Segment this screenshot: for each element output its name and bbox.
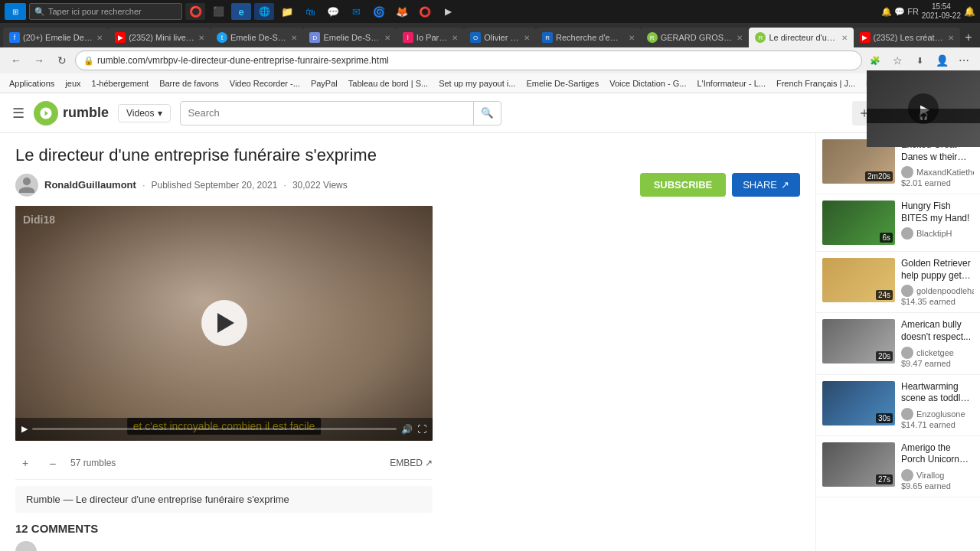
sidebar-earned: $14.35 earned	[901, 297, 974, 306]
taskbar: ⊞ 🔍 Taper ici pour rechercher ⭕ ⬛ e 🌐 📁 …	[0, 0, 980, 23]
bookmark-barre[interactable]: Barre de favons	[155, 76, 224, 91]
sidebar-video-5[interactable]: 27s Amerigo the Porch Unicorn Hanging O.…	[816, 436, 980, 497]
tab-twitter1[interactable]: t Emelie De-Sartiges ✕	[211, 28, 303, 47]
taskbar-app-taskview[interactable]: ⬛	[208, 3, 228, 20]
taskbar-time: 15:54 2021-09-22	[922, 2, 961, 21]
taskbar-app-chrome[interactable]: 🌀	[369, 3, 389, 20]
tab-io[interactable]: I Io Paradise ✕	[397, 28, 464, 47]
sidebar-video-2[interactable]: 24s Golden Retriever help puppy get her …	[816, 252, 980, 313]
thumbs-up-icon[interactable]: +	[15, 453, 35, 473]
search-bar: 🔍	[180, 101, 501, 126]
progress-bar[interactable]	[32, 428, 397, 430]
taskbar-app-explorer[interactable]: 📁	[277, 3, 297, 20]
videos-dropdown[interactable]: Videos ▾	[118, 104, 170, 122]
taskbar-app-skype[interactable]: 💬	[323, 3, 343, 20]
tab-favicon: R	[647, 32, 658, 43]
sidebar-earned: $14.71 earned	[901, 420, 974, 429]
tab-directeur[interactable]: R Le directeur d'une en... ✕	[749, 28, 853, 47]
bookmark-french[interactable]: French Français | J...	[772, 76, 860, 91]
search-input[interactable]	[181, 107, 473, 119]
volume-icon[interactable]: 🔊	[401, 424, 413, 435]
menu-button[interactable]: ⋯	[954, 51, 974, 70]
tab-discord[interactable]: D Emelie De-Sartiges ✕	[303, 28, 396, 47]
video-meta: RonaldGuillaumont · Published September …	[15, 173, 800, 197]
search-icon: 🔍	[481, 107, 494, 119]
sidebar-video-3[interactable]: 20s American bully doesn't respect... cl…	[816, 313, 980, 374]
taskbar-app-opera[interactable]: ⭕	[415, 3, 435, 20]
bookmark-tableau[interactable]: Tableau de bord | S...	[344, 76, 433, 91]
sidebar-video-1[interactable]: 6s Hungry Fish BITES my Hand! BlacktipH	[816, 194, 980, 252]
star-button[interactable]: ☆	[887, 51, 907, 70]
download-button[interactable]: ⬇	[910, 51, 929, 70]
refresh-button[interactable]: ↻	[52, 51, 72, 70]
back-button[interactable]: ←	[6, 51, 26, 70]
taskbar-app-store[interactable]: 🛍	[300, 3, 320, 20]
tab-grosz[interactable]: R GERARD GROSZ INV... ✕	[641, 28, 750, 47]
sidebar-video-title: Hungry Fish BITES my Hand!	[901, 201, 974, 224]
page: ☰ rumble Videos ▾ 🔍	[0, 93, 980, 551]
video-frame[interactable]: Didi18 et c'est incroyable combien il es…	[15, 206, 433, 441]
taskbar-app-edge[interactable]: e	[231, 3, 251, 20]
sidebar-thumb: 24s	[822, 258, 895, 302]
bookmark-payout[interactable]: Set up my payout i...	[434, 76, 520, 91]
extensions-button[interactable]: 🧩	[865, 51, 885, 70]
sidebar-author: BlacktipH	[901, 227, 974, 240]
tab-recherche[interactable]: R Recherche d'emploi -... ✕	[536, 28, 641, 47]
tab-favicon: R	[542, 32, 553, 43]
bookmark-emelie[interactable]: Emelie De-Sartiges	[521, 76, 603, 91]
rumble-count: 57 rumbles	[70, 458, 116, 468]
tab-favicon: R	[755, 32, 766, 43]
bookmark-hebergement[interactable]: 1-hébergement	[87, 76, 154, 91]
sidebar-earned: $2.01 earned	[901, 178, 974, 187]
page-title: Le directeur d'une entreprise funéraire …	[15, 145, 800, 165]
hamburger-menu[interactable]: ☰	[12, 105, 24, 122]
tab-youtube1[interactable]: ▶ (2352) Mini live du 2... ✕	[109, 28, 211, 47]
video-controls[interactable]: ▶ 🔊 ⛶	[15, 418, 433, 441]
bookmark-informateur[interactable]: L'Informateur - L...	[692, 76, 770, 91]
sidebar-earned: $9.65 earned	[901, 481, 974, 491]
profile-button[interactable]: 👤	[932, 51, 952, 70]
sidebar-author-name: goldenpoodleharley...	[916, 286, 974, 295]
taskbar-search[interactable]: 🔍 Taper ici pour rechercher	[29, 3, 182, 20]
url-bar[interactable]: 🔒 rumble.com/vmrbpv-le-directeur-dune-en…	[75, 51, 862, 70]
tab-facebook[interactable]: f (20+) Emelie De Sarti... ✕	[3, 28, 109, 47]
tab-olivier[interactable]: O Olivier Victor ✕	[464, 28, 536, 47]
taskbar-app-mail[interactable]: ✉	[346, 3, 366, 20]
overlay-video[interactable]: ▶ 🎧	[867, 70, 980, 147]
publish-date: Published September 20, 2021	[152, 180, 278, 191]
subscribe-button[interactable]: SUBSCRIBE	[640, 173, 727, 197]
embed-button[interactable]: EMBED ↗	[390, 458, 433, 468]
sidebar-thumb: 20s	[822, 319, 895, 364]
taskbar-app-firefox[interactable]: 🦊	[392, 3, 412, 20]
sidebar-duration: 6s	[880, 233, 893, 243]
rumble-logo[interactable]: rumble	[34, 101, 109, 126]
notification-icon[interactable]: 🔔	[964, 6, 975, 17]
sidebar-video-4[interactable]: 30s Heartwarming scene as toddler welcom…	[816, 375, 980, 436]
tabs-bar: f (20+) Emelie De Sarti... ✕ ▶ (2352) Mi…	[0, 23, 980, 47]
search-button[interactable]: 🔍	[473, 102, 501, 125]
overlay-person: 🎧	[867, 109, 980, 123]
share-button[interactable]: SHARE ↗	[732, 173, 800, 197]
bookmark-video-recorder[interactable]: Video Recorder -...	[225, 76, 305, 91]
bookmark-applications[interactable]: Applications	[5, 76, 59, 91]
thumbs-down-icon[interactable]: –	[43, 453, 63, 473]
pause-icon[interactable]: ▶	[21, 424, 28, 434]
bookmark-paypal[interactable]: PayPal	[306, 76, 342, 91]
fullscreen-icon[interactable]: ⛶	[417, 424, 426, 435]
start-button[interactable]: ⊞	[5, 3, 26, 20]
sidebar-video-title: Amerigo the Porch Unicorn Hanging O...	[901, 442, 974, 466]
bookmark-voice[interactable]: Voice Dictation - G...	[605, 76, 691, 91]
nav-icons: 🧩 ☆ ⬇ 👤 ⋯	[865, 51, 974, 70]
taskbar-app-ie[interactable]: 🌐	[254, 3, 274, 20]
bookmark-jeux[interactable]: jeux	[60, 76, 85, 91]
author-name[interactable]: RonaldGuillaumont	[44, 179, 136, 191]
sidebar-video-title: Heartwarming scene as toddler welcom...	[901, 381, 974, 405]
taskbar-app-extra[interactable]: ▶	[438, 3, 458, 20]
sidebar-author-avatar	[901, 285, 913, 297]
forward-button[interactable]: →	[29, 51, 49, 70]
tab-youtube2[interactable]: ▶ (2352) Les créations -... ✕	[854, 28, 961, 47]
rumble-logo-text: rumble	[63, 105, 109, 121]
new-tab-button[interactable]: +	[960, 28, 977, 47]
play-button[interactable]	[201, 300, 247, 346]
taskbar-app-cortana[interactable]: ⭕	[185, 3, 205, 20]
